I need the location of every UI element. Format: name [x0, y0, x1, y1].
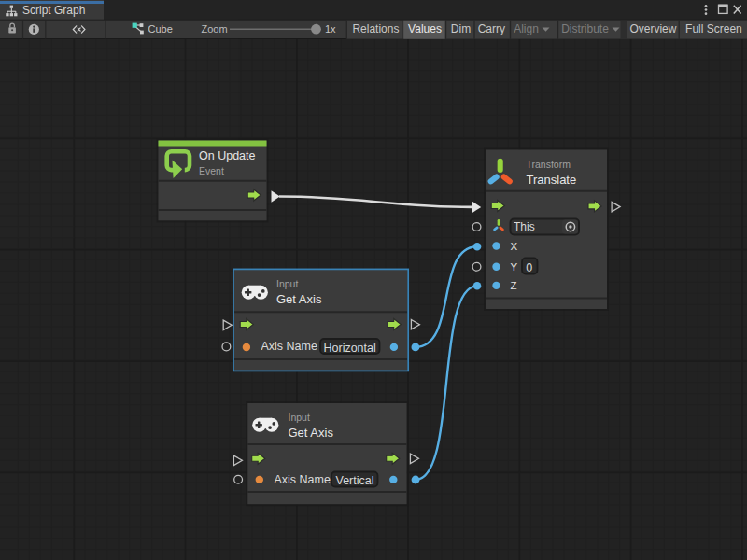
svg-text:Input: Input	[276, 278, 298, 289]
svg-text:Y: Y	[510, 261, 517, 273]
svg-text:Relations: Relations	[352, 22, 399, 35]
svg-text:Distribute: Distribute	[561, 22, 609, 35]
svg-text:Cube: Cube	[148, 23, 173, 35]
svg-text:Values: Values	[408, 22, 442, 35]
svg-text:0: 0	[526, 261, 532, 274]
svg-text:Carry: Carry	[478, 22, 505, 35]
svg-text:Translate: Translate	[527, 173, 577, 187]
svg-text:Dim: Dim	[451, 22, 471, 35]
svg-text:Full Screen: Full Screen	[685, 22, 742, 35]
svg-text:Overview: Overview	[629, 22, 676, 35]
svg-text:1x: 1x	[325, 23, 336, 35]
svg-text:Z: Z	[510, 280, 516, 291]
svg-text:Vertical: Vertical	[336, 474, 374, 487]
svg-text:Horizontal: Horizontal	[324, 342, 376, 355]
svg-text:Input: Input	[289, 412, 310, 423]
svg-text:Transform: Transform	[527, 159, 571, 170]
svg-text:Get Axis: Get Axis	[289, 426, 334, 440]
svg-text:This: This	[514, 220, 535, 233]
svg-text:Align: Align	[514, 22, 539, 35]
svg-text:Script Graph: Script Graph	[22, 4, 85, 17]
svg-text:On Update: On Update	[199, 149, 256, 162]
svg-text:Get Axis: Get Axis	[276, 292, 322, 306]
svg-text:Axis Name: Axis Name	[275, 473, 331, 486]
svg-text:Zoom: Zoom	[202, 23, 228, 35]
svg-text:Axis Name: Axis Name	[261, 340, 317, 353]
svg-text:X: X	[510, 241, 517, 252]
svg-text:Event: Event	[199, 165, 224, 176]
